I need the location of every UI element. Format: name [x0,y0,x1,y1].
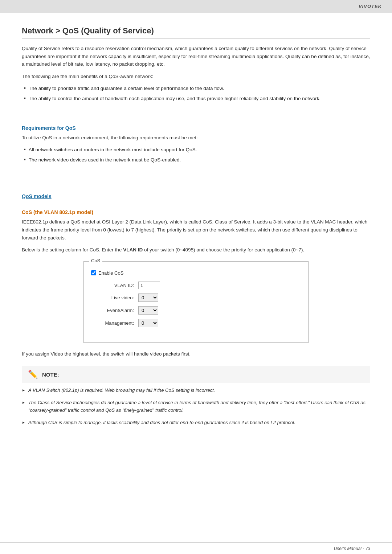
req-item-2: The network video devices used in the ne… [24,156,370,164]
note-items-list: A VLAN Switch (802.1p) is required. Web … [22,387,370,426]
note-box: ✏️ NOTE: [22,366,370,383]
note-item-1: A VLAN Switch (802.1p) is required. Web … [22,387,370,394]
enable-cos-checkbox[interactable] [91,270,96,275]
req-item-1: All network switches and routers in the … [24,146,370,154]
bottom-bar: User's Manual - 73 [0,542,392,554]
event-alarm-row: Event/Alarm: 0123 4567 [91,306,301,315]
management-row: Management: 0123 4567 [91,319,301,327]
vlan-id-input[interactable] [138,282,160,289]
brand-label: VIVOTEK [359,4,382,9]
note-item-3: Although CoS is simple to manage, it lac… [22,419,370,426]
cos-para1: IEEE802.1p defines a QoS model at OSI La… [22,218,370,242]
event-alarm-select[interactable]: 0123 4567 [138,306,158,315]
management-select[interactable]: 0123 4567 [138,319,158,327]
live-video-label: Live video: [91,295,138,300]
after-cos-para: If you assign Video the highest level, t… [22,350,370,358]
top-bar: VIVOTEK [0,0,392,13]
qos-models-heading[interactable]: QoS models [22,193,370,199]
cos-heading: CoS (the VLAN 802.1p model) [22,209,370,215]
note-icon: ✏️ [28,370,38,379]
req-para1: To utilize QoS in a network environment,… [22,134,370,142]
page-title: Network > QoS (Quality of Service) [22,26,370,39]
enable-cos-row: Enable CoS [91,270,301,276]
benefit-item-1: The ability to prioritize traffic and gu… [24,85,370,93]
live-video-row: Live video: 0123 4567 [91,294,301,302]
cos-para2: Below is the setting column for CoS. Ent… [22,246,370,254]
live-video-select[interactable]: 0123 4567 [138,294,158,302]
req-list: All network switches and routers in the … [22,146,370,164]
event-alarm-label: Event/Alarm: [91,308,138,313]
intro-para1: Quality of Service refers to a resource … [22,45,370,68]
cos-legend: CoS [89,258,102,263]
requirements-heading: Requirements for QoS [22,125,370,131]
page-number: User's Manual - 73 [334,546,370,551]
note-label: NOTE: [42,372,59,378]
cos-box: CoS Enable CoS VLAN ID: Live video: 0123… [83,261,309,343]
page: VIVOTEK Network > QoS (Quality of Servic… [0,0,392,554]
benefit-list: The ability to prioritize traffic and gu… [22,85,370,102]
intro-para2: The following are the main benefits of a… [22,73,370,81]
enable-cos-label: Enable CoS [98,270,123,276]
benefit-item-2: The ability to control the amount of ban… [24,95,370,103]
management-label: Management: [91,320,138,326]
content-area: Network > QoS (Quality of Service) Quali… [0,13,392,453]
vlan-id-label: VLAN ID: [91,283,138,288]
note-item-2: The Class of Service technologies do not… [22,399,370,414]
vlan-id-row: VLAN ID: [91,282,301,289]
